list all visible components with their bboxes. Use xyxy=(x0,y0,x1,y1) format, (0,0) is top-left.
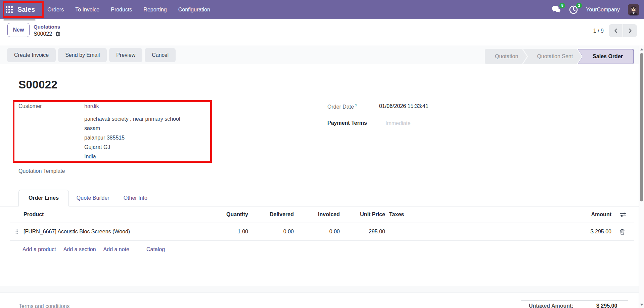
address-line: panchavati society , near primary school xyxy=(84,114,180,124)
column-product: Product xyxy=(24,211,212,218)
notebook-bottom-divider xyxy=(0,286,639,293)
add-a-note-link[interactable]: Add a note xyxy=(103,246,129,253)
new-button[interactable]: New xyxy=(7,23,30,37)
scroll-down-arrow[interactable] xyxy=(640,304,643,306)
drag-handle-icon[interactable] xyxy=(15,229,18,234)
column-delivered: Delivered xyxy=(248,211,294,218)
terms-and-conditions-link[interactable]: Terms and conditions xyxy=(19,303,70,308)
order-date-label: Order Date? xyxy=(327,103,357,110)
status-pipeline: Quotation Quotation Sent Sales Order xyxy=(485,49,634,64)
customer-address: panchavati society , near primary school… xyxy=(84,114,180,161)
untaxed-amount-value: $ 295.00 xyxy=(596,303,617,308)
address-line: Gujarat GJ xyxy=(84,143,180,152)
pager-count: 1 / 9 xyxy=(593,28,604,34)
order-lines-table: Product Quantity Delivered Invoiced Unit… xyxy=(10,206,634,258)
breadcrumb-quotations[interactable]: Quotations xyxy=(34,24,60,30)
untaxed-amount-label: Untaxed Amount: xyxy=(529,303,573,308)
odoo-sales-window: Sales Orders To Invoice Products Reporti… xyxy=(0,0,644,308)
nav-item-products[interactable]: Products xyxy=(111,7,132,13)
customer-link[interactable]: hardik xyxy=(84,103,99,109)
address-line: sasam xyxy=(84,124,180,133)
chevron-left-icon xyxy=(614,28,618,33)
nav-menu: Orders To Invoice Products Reporting Con… xyxy=(47,7,210,13)
totals-divider xyxy=(521,300,628,301)
preview-button[interactable]: Preview xyxy=(109,48,142,62)
catalog-link[interactable]: Catalog xyxy=(146,246,165,253)
form-sheet: S00022 Customer hardik panchavati societ… xyxy=(0,64,644,308)
delete-row-icon[interactable] xyxy=(620,229,625,235)
status-step-sales-order[interactable]: Sales Order xyxy=(578,49,634,64)
top-navbar: Sales Orders To Invoice Products Reporti… xyxy=(0,0,644,19)
order-line-row[interactable]: [FURN_6667] Acoustic Bloc Screens (Wood)… xyxy=(10,223,634,241)
messages-icon[interactable]: 8 xyxy=(552,5,561,14)
table-footer-links: Add a product Add a section Add a note C… xyxy=(10,241,634,258)
payment-terms-field[interactable]: Immediate xyxy=(385,120,411,126)
send-by-email-button[interactable]: Send by Email xyxy=(58,48,107,62)
status-step-quotation[interactable]: Quotation xyxy=(485,49,527,64)
notebook-tabs: Order Lines Quote Builder Other Info xyxy=(0,190,644,206)
payment-terms-label: Payment Terms xyxy=(327,120,367,126)
help-icon: ? xyxy=(355,103,357,107)
user-avatar[interactable] xyxy=(628,4,639,15)
pager-next-button[interactable] xyxy=(623,24,637,37)
nav-item-to-invoice[interactable]: To Invoice xyxy=(75,7,99,13)
add-a-section-link[interactable]: Add a section xyxy=(63,246,96,253)
tab-order-lines[interactable]: Order Lines xyxy=(18,190,69,206)
vertical-scrollbar xyxy=(639,46,644,308)
cell-invoiced[interactable]: 0.00 xyxy=(294,229,340,235)
activities-badge: 2 xyxy=(576,3,582,8)
order-date-field[interactable]: 01/06/2026 15:33:41 xyxy=(379,103,428,109)
address-line: India xyxy=(84,152,180,161)
column-amount: Amount xyxy=(425,211,617,218)
cell-quantity[interactable]: 1.00 xyxy=(212,229,248,235)
cell-unit-price[interactable]: 295.00 xyxy=(340,229,385,235)
quotation-template-label: Quotation Template xyxy=(18,168,65,174)
column-quantity: Quantity xyxy=(212,211,248,218)
cell-delivered[interactable]: 0.00 xyxy=(248,229,294,235)
create-invoice-button[interactable]: Create Invoice xyxy=(7,48,56,62)
address-line: palanpur 385515 xyxy=(84,133,180,143)
breadcrumb-bar: New Quotations S00022 1 / 9 xyxy=(0,19,644,45)
status-step-quotation-sent[interactable]: Quotation Sent xyxy=(523,49,582,64)
customer-label: Customer xyxy=(18,103,42,109)
table-header-row: Product Quantity Delivered Invoiced Unit… xyxy=(10,206,634,223)
scrollbar-thumb[interactable] xyxy=(640,53,643,201)
cancel-button[interactable]: Cancel xyxy=(145,48,176,62)
breadcrumb-current: S00022 xyxy=(34,30,52,38)
messages-badge: 8 xyxy=(559,3,565,8)
tab-quote-builder[interactable]: Quote Builder xyxy=(69,190,117,206)
annotation-box-shadow xyxy=(4,19,35,21)
nav-item-configuration[interactable]: Configuration xyxy=(178,7,210,13)
cell-amount: $ 295.00 xyxy=(425,229,617,235)
optional-columns-icon[interactable] xyxy=(620,212,626,217)
add-a-product-link[interactable]: Add a product xyxy=(22,246,56,253)
breadcrumb: Quotations S00022 xyxy=(34,24,60,38)
activities-icon[interactable]: 2 xyxy=(569,5,578,14)
pager-previous-button[interactable] xyxy=(609,24,623,37)
company-switcher[interactable]: YourCompany xyxy=(586,7,620,13)
page-title: S00022 xyxy=(18,78,57,91)
nav-item-reporting[interactable]: Reporting xyxy=(143,7,167,13)
column-unit-price: Unit Price xyxy=(340,211,385,218)
tab-other-info[interactable]: Other Info xyxy=(117,190,154,206)
app-name-sales[interactable]: Sales xyxy=(17,6,35,13)
statusbar: Create Invoice Send by Email Preview Can… xyxy=(0,46,644,64)
gear-icon[interactable] xyxy=(55,31,60,37)
scroll-up-arrow[interactable] xyxy=(640,48,643,50)
cell-product[interactable]: [FURN_6667] Acoustic Bloc Screens (Wood) xyxy=(24,229,212,235)
nav-item-orders[interactable]: Orders xyxy=(47,7,64,13)
chevron-right-icon xyxy=(628,28,632,33)
column-invoiced: Invoiced xyxy=(294,211,340,218)
apps-grid-icon[interactable] xyxy=(6,6,13,13)
column-taxes: Taxes xyxy=(385,211,425,218)
